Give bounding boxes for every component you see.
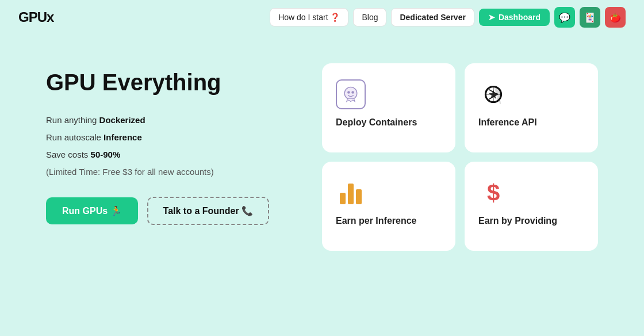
run-gpus-button[interactable]: Run GPUs 🏃 <box>46 197 138 224</box>
hero-description: Run anything Dockerized Run autoscale In… <box>46 112 288 181</box>
talk-to-founder-button[interactable]: Talk to a Founder 📞 <box>147 197 270 225</box>
logo: GPUx <box>18 9 53 25</box>
dedicated-server-link[interactable]: Dedicated Server <box>391 8 474 26</box>
svg-point-1 <box>347 91 350 94</box>
inference-api-label: Inference API <box>478 117 537 128</box>
blog-link[interactable]: Blog <box>353 8 386 26</box>
line-costs: Save costs 50-90% <box>46 146 288 163</box>
bold-costs: 50-90% <box>91 150 121 159</box>
how-start-link[interactable]: How do I start ❓ <box>270 8 348 26</box>
nav-right: How do I start ❓ Blog Dedicated Server ➤… <box>270 7 626 28</box>
deploy-containers-label: Deploy Containers <box>336 117 417 128</box>
earn-providing-icon: $ <box>478 178 508 208</box>
hero-left: GPU Everything Run anything Dockerized R… <box>46 63 288 225</box>
earn-inference-icon <box>336 178 366 208</box>
deploy-containers-card[interactable]: Deploy Containers <box>322 63 455 152</box>
hero-buttons: Run GPUs 🏃 Talk to a Founder 📞 <box>46 197 288 225</box>
svg-point-0 <box>344 87 357 100</box>
svg-point-2 <box>351 91 354 94</box>
inference-api-icon <box>478 79 508 109</box>
deploy-containers-icon <box>336 79 366 109</box>
line-dockerized: Run anything Dockerized <box>46 112 288 129</box>
cards-grid: Deploy Containers <box>322 63 598 251</box>
chat-icon: 💬 <box>559 12 570 23</box>
dollar-icon: $ <box>487 181 500 204</box>
earn-providing-card[interactable]: $ Earn by Providing <box>465 162 598 251</box>
navbar: GPUx How do I start ❓ Blog Dedicated Ser… <box>0 0 644 35</box>
dashboard-label: Dashboard <box>499 13 540 22</box>
bar-3 <box>356 189 362 204</box>
earn-providing-label: Earn by Providing <box>478 216 557 226</box>
dashboard-arrow-icon: ➤ <box>488 13 495 22</box>
bar-chart-icon <box>340 181 362 204</box>
line-inference: Run autoscale Inference <box>46 129 288 146</box>
tomato-icon: 🍅 <box>610 12 621 23</box>
bar-2 <box>348 184 354 204</box>
hero-section: GPU Everything Run anything Dockerized R… <box>0 35 644 262</box>
hero-title: GPU Everything <box>46 69 288 96</box>
promo-text: (Limited Time: Free $3 for all new accou… <box>46 163 288 181</box>
chat-icon-button[interactable]: 💬 <box>554 7 575 28</box>
bold-dockerized: Dockerized <box>99 115 145 125</box>
earn-inference-card[interactable]: Earn per Inference <box>322 162 455 251</box>
bar-1 <box>340 193 346 204</box>
inference-api-card[interactable]: Inference API <box>465 63 598 152</box>
tomato-icon-button[interactable]: 🍅 <box>605 7 626 28</box>
dashboard-button[interactable]: ➤ Dashboard <box>479 9 550 26</box>
earn-inference-label: Earn per Inference <box>336 216 417 226</box>
bold-inference: Inference <box>103 132 142 142</box>
card-icon-button[interactable]: 🃏 <box>580 7 600 28</box>
card-icon: 🃏 <box>584 12 596 23</box>
